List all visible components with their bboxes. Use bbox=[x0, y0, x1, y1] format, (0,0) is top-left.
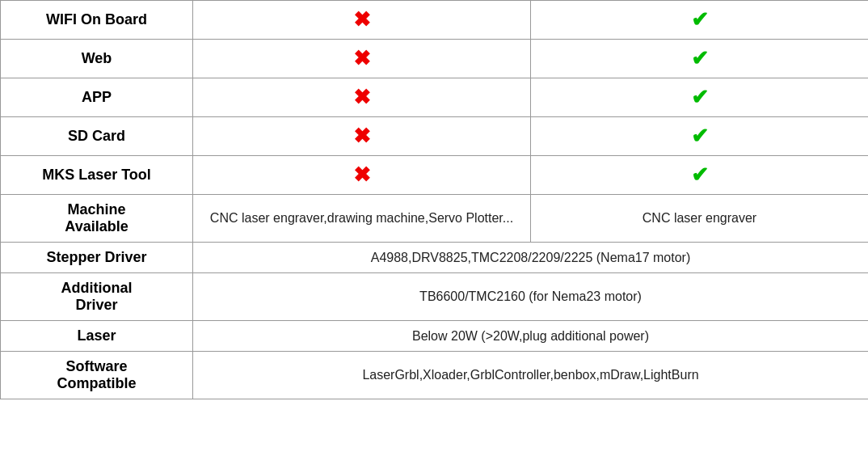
cross-icon: ✖ bbox=[353, 163, 371, 187]
row-label-web: Web bbox=[1, 40, 193, 78]
row-label-mks: MKS Laser Tool bbox=[1, 156, 193, 195]
row-col2-sdcard: ✔ bbox=[531, 117, 869, 156]
table-row: WIFI On Board✖✔ bbox=[1, 1, 869, 40]
row-col2-machine: CNC laser engraver bbox=[531, 195, 869, 243]
check-icon: ✔ bbox=[691, 7, 709, 32]
row-label-laser: Laser bbox=[1, 321, 193, 352]
cross-icon: ✖ bbox=[353, 124, 371, 148]
table-row: Stepper DriverA4988,DRV8825,TMC2208/2209… bbox=[1, 243, 869, 273]
table-row: SD Card✖✔ bbox=[1, 117, 869, 156]
row-col1-sdcard: ✖ bbox=[193, 117, 531, 156]
cross-icon: ✖ bbox=[353, 7, 371, 32]
check-icon: ✔ bbox=[691, 124, 709, 148]
table-row: MKS Laser Tool✖✔ bbox=[1, 156, 869, 195]
row-value-additional: TB6600/TMC2160 (for Nema23 motor) bbox=[193, 273, 869, 321]
check-icon: ✔ bbox=[691, 46, 709, 70]
row-label-wifi: WIFI On Board bbox=[1, 1, 193, 40]
table-row: Web✖✔ bbox=[1, 40, 869, 78]
row-label-additional: AdditionalDriver bbox=[1, 273, 193, 321]
table-row: APP✖✔ bbox=[1, 78, 869, 117]
check-icon: ✔ bbox=[691, 85, 709, 109]
cross-icon: ✖ bbox=[353, 46, 371, 70]
row-col2-web: ✔ bbox=[531, 40, 869, 78]
table-row: AdditionalDriverTB6600/TMC2160 (for Nema… bbox=[1, 273, 869, 321]
row-col2-wifi: ✔ bbox=[531, 1, 869, 40]
row-label-software: SoftwareCompatible bbox=[1, 352, 193, 399]
table-row: LaserBelow 20W (>20W,plug additional pow… bbox=[1, 321, 869, 352]
row-label-sdcard: SD Card bbox=[1, 117, 193, 156]
table-row: MachineAvailableCNC laser engraver,drawi… bbox=[1, 195, 869, 243]
row-col2-app: ✔ bbox=[531, 78, 869, 117]
row-col1-wifi: ✖ bbox=[193, 1, 531, 40]
row-label-app: APP bbox=[1, 78, 193, 117]
comparison-table: WIFI On Board✖✔Web✖✔APP✖✔SD Card✖✔MKS La… bbox=[0, 0, 868, 399]
table-row: SoftwareCompatibleLaserGrbl,Xloader,Grbl… bbox=[1, 352, 869, 399]
row-value-stepper: A4988,DRV8825,TMC2208/2209/2225 (Nema17 … bbox=[193, 243, 869, 273]
row-label-stepper: Stepper Driver bbox=[1, 243, 193, 273]
row-col2-mks: ✔ bbox=[531, 156, 869, 195]
row-value-laser: Below 20W (>20W,plug additional power) bbox=[193, 321, 869, 352]
row-col1-web: ✖ bbox=[193, 40, 531, 78]
row-col1-mks: ✖ bbox=[193, 156, 531, 195]
cross-icon: ✖ bbox=[353, 85, 371, 109]
row-label-machine: MachineAvailable bbox=[1, 195, 193, 243]
row-value-software: LaserGrbl,Xloader,GrblController,benbox,… bbox=[193, 352, 869, 399]
check-icon: ✔ bbox=[691, 163, 709, 187]
row-col1-machine: CNC laser engraver,drawing machine,Servo… bbox=[193, 195, 531, 243]
row-col1-app: ✖ bbox=[193, 78, 531, 117]
